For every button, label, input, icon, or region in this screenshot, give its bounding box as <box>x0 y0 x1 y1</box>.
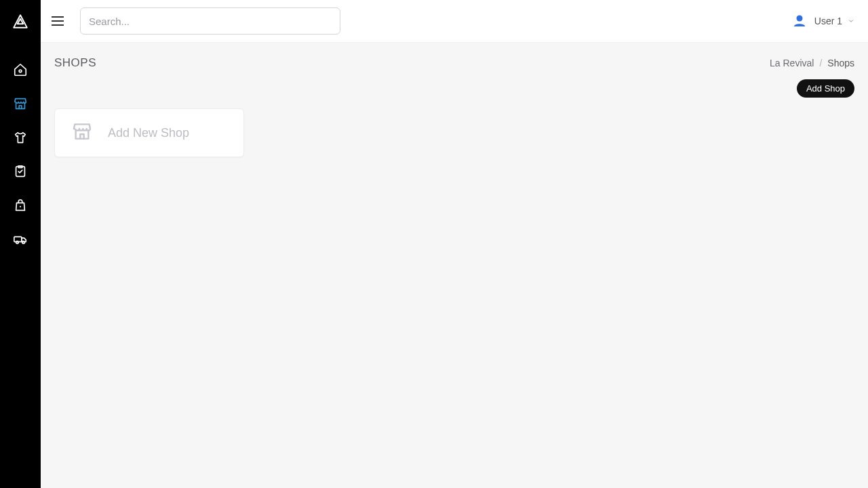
add-card-label: Add New Shop <box>108 126 189 140</box>
svg-marker-0 <box>14 15 27 27</box>
topbar: User 1 <box>41 0 868 43</box>
breadcrumb-root[interactable]: La Revival <box>770 58 814 68</box>
search-wrap <box>80 7 340 35</box>
sidebar-item-products[interactable] <box>0 121 41 155</box>
page-title: SHOPS <box>54 56 96 70</box>
user-menu[interactable]: User 1 <box>790 12 854 30</box>
add-new-shop-card[interactable]: Add New Shop <box>54 108 244 157</box>
breadcrumb-current: Shops <box>827 58 854 68</box>
menu-toggle-icon[interactable] <box>52 12 71 30</box>
sidebar-item-shops[interactable] <box>0 87 41 121</box>
svg-point-5 <box>16 241 19 244</box>
app-logo <box>11 12 30 31</box>
chevron-down-icon <box>848 18 854 24</box>
user-label: User 1 <box>814 16 842 26</box>
content: SHOPS La Revival / Shops Add Shop Add Ne <box>41 43 868 488</box>
sidebar-item-bags[interactable] <box>0 188 41 222</box>
svg-point-7 <box>796 16 802 22</box>
sidebar-item-shipping[interactable] <box>0 222 41 256</box>
shop-icon <box>71 121 93 145</box>
sidebar <box>0 0 41 488</box>
add-shop-button[interactable]: Add Shop <box>797 79 854 98</box>
svg-point-1 <box>19 70 22 73</box>
breadcrumb: La Revival / Shops <box>770 58 854 68</box>
sidebar-item-orders[interactable] <box>0 155 41 188</box>
user-avatar-icon <box>790 12 809 30</box>
svg-point-3 <box>20 206 21 207</box>
sidebar-item-home[interactable] <box>0 53 41 87</box>
main-area: User 1 SHOPS La Revival / Shops Add Shop <box>41 0 868 488</box>
search-input[interactable] <box>80 7 340 35</box>
breadcrumb-separator: / <box>819 58 822 68</box>
page-header: SHOPS La Revival / Shops <box>54 56 854 70</box>
cards-grid: Add New Shop <box>54 108 854 157</box>
actions-row: Add Shop <box>54 79 854 98</box>
svg-point-6 <box>22 241 25 244</box>
